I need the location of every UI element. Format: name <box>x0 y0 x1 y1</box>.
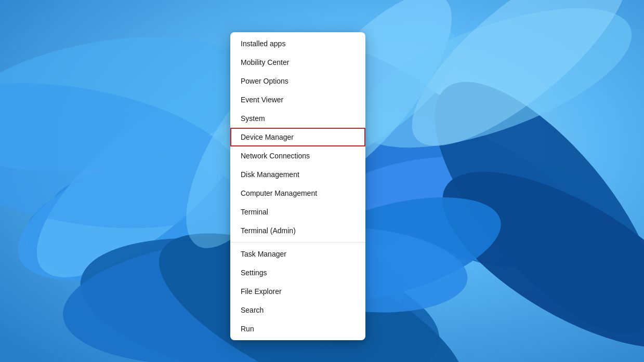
menu-item-file-explorer[interactable]: File Explorer <box>230 282 365 301</box>
context-menu-overlay: Installed appsMobility CenterPower Optio… <box>0 0 644 362</box>
menu-item-device-manager[interactable]: Device Manager <box>230 128 365 146</box>
menu-item-event-viewer[interactable]: Event Viewer <box>230 90 365 109</box>
menu-item-search[interactable]: Search <box>230 301 365 319</box>
menu-item-terminal[interactable]: Terminal <box>230 203 365 221</box>
menu-item-task-manager[interactable]: Task Manager <box>230 245 365 263</box>
context-menu: Installed appsMobility CenterPower Optio… <box>230 32 365 340</box>
menu-item-mobility-center[interactable]: Mobility Center <box>230 53 365 72</box>
menu-item-system[interactable]: System <box>230 109 365 128</box>
menu-item-installed-apps[interactable]: Installed apps <box>230 34 365 53</box>
menu-item-terminal-admin[interactable]: Terminal (Admin) <box>230 221 365 240</box>
menu-item-power-options[interactable]: Power Options <box>230 72 365 90</box>
menu-item-computer-management[interactable]: Computer Management <box>230 184 365 203</box>
menu-item-network-connections[interactable]: Network Connections <box>230 146 365 165</box>
menu-item-disk-management[interactable]: Disk Management <box>230 165 365 184</box>
menu-divider <box>230 242 365 243</box>
menu-item-settings[interactable]: Settings <box>230 263 365 282</box>
menu-item-run[interactable]: Run <box>230 319 365 338</box>
